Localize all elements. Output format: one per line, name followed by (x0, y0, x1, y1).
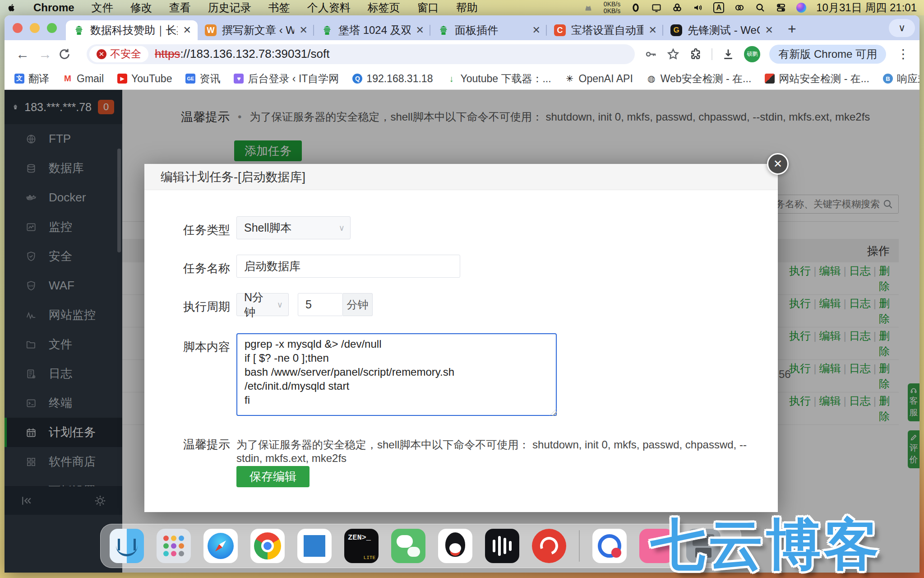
bookmark-template[interactable]: B响应式后台模板_管... (883, 72, 919, 86)
minimize-window-button[interactable] (30, 23, 40, 33)
menu-view[interactable]: 查看 (169, 0, 191, 15)
chrome-icon[interactable] (250, 529, 285, 563)
menu-bookmarks[interactable]: 书签 (268, 0, 290, 15)
wechat-icon[interactable] (391, 529, 425, 563)
spotlight-icon[interactable] (755, 2, 766, 13)
bookmark-gmail[interactable]: MGmail (63, 73, 104, 85)
zoom-window-button[interactable] (47, 23, 57, 33)
task-name-input[interactable] (236, 255, 460, 278)
bookmark-nas[interactable]: Q192.168.31.18 (352, 73, 433, 85)
script-content-textarea[interactable]: pgrep -x mysqld &> /dev/null if [ $? -ne… (236, 333, 557, 416)
menu-window[interactable]: 窗口 (417, 0, 439, 15)
bt-favicon (321, 24, 333, 36)
tab-search-chevron[interactable]: ∨ (889, 19, 915, 37)
back-button[interactable]: ← (13, 47, 32, 62)
tab-close-icon[interactable]: ✕ (300, 24, 308, 36)
qq-icon[interactable] (438, 529, 472, 563)
volume-status-icon[interactable] (693, 2, 703, 13)
tab-title: 撰写新文章 ‹ WordPress (222, 23, 294, 37)
globe-icon: ◍ (647, 74, 656, 84)
tab-title: 数据科技赞助｜长期有效 (90, 23, 178, 37)
input-method-icon[interactable]: A (713, 2, 724, 13)
network-speed[interactable]: 0KB/s 0KB/s (604, 1, 620, 14)
vscode-icon[interactable] (297, 529, 332, 563)
bookmark-translate[interactable]: 文翻译 (14, 72, 49, 86)
script-label: 脚本内容 (144, 339, 230, 355)
clover-status-icon[interactable] (672, 2, 683, 13)
menu-edit[interactable]: 修改 (130, 0, 152, 15)
apple-menu-icon[interactable] (7, 2, 16, 13)
modal-close-button[interactable]: ✕ (767, 153, 789, 175)
save-edit-button[interactable]: 保存编辑 (236, 466, 310, 487)
modal-header: 编辑计划任务-[启动数据库] (144, 164, 778, 190)
security-chip[interactable]: ✕ 不安全 (89, 46, 148, 62)
url-text[interactable]: https://183.136.132.78:39031/soft (155, 47, 329, 61)
tab-wordpress[interactable]: W 撰写新文章 ‹ WordPress ✕ (198, 20, 314, 40)
bookmark-news[interactable]: GE资讯 (185, 72, 220, 86)
siri-icon[interactable] (796, 3, 806, 13)
bt-favicon (438, 24, 449, 36)
menu-tabs[interactable]: 标签页 (368, 0, 400, 15)
tab-close-icon[interactable]: ✕ (765, 24, 773, 36)
browser-menu-icon[interactable]: ⋮ (895, 47, 911, 61)
handoff-rings-icon[interactable] (734, 2, 745, 13)
address-bar[interactable]: ✕ 不安全 https://183.136.132.78:39031/soft (87, 44, 635, 64)
netease-music-icon[interactable] (532, 529, 566, 563)
zen-terminal-icon[interactable]: ZEN>_LITE (344, 529, 379, 563)
menu-profiles[interactable]: 个人资料 (307, 0, 351, 15)
menu-app-name[interactable]: Chrome (33, 1, 74, 14)
cycle-value-input[interactable] (298, 293, 343, 316)
password-key-icon[interactable] (644, 47, 657, 61)
menu-help[interactable]: 帮助 (456, 0, 478, 15)
extensions-icon[interactable] (689, 47, 702, 61)
launchpad-icon[interactable] (157, 529, 191, 563)
finder-icon[interactable] (110, 529, 144, 563)
tab-bt-panel[interactable]: 数据科技赞助｜长期有效 ✕ (66, 20, 198, 40)
modal-tip-label: 温馨提示 (144, 437, 230, 452)
close-window-button[interactable] (13, 23, 23, 33)
cycle-type-select[interactable]: N分钟 ∨ (236, 293, 289, 316)
oval-app-status-icon[interactable] (630, 2, 641, 13)
cycle-unit-addon: 分钟 (343, 293, 373, 316)
tab-csdn[interactable]: C 宝塔设置自动重启停止运... ✕ (547, 20, 663, 40)
gmail-icon: M (63, 74, 73, 84)
forward-button[interactable]: → (35, 47, 55, 62)
downloads-icon[interactable] (721, 47, 735, 61)
cat-status-icon[interactable] (583, 2, 594, 13)
tab-close-icon[interactable]: ✕ (183, 24, 191, 36)
reload-button[interactable] (58, 47, 78, 61)
bookmark-youtube[interactable]: ▶YouTube (117, 73, 172, 85)
bookmark-websec[interactable]: ◍Web安全检测 - 在... (647, 72, 752, 86)
bookmarks-bar: 文翻译 MGmail ▶YouTube GE资讯 ♥后台登录 ‹ IT自学网 Q… (5, 68, 919, 90)
chevron-down-icon: ∨ (339, 223, 345, 233)
task-type-select[interactable]: Shell脚本 ∨ (236, 216, 351, 239)
menu-history[interactable]: 历史记录 (208, 0, 251, 15)
tab-close-icon[interactable]: ✕ (416, 24, 424, 36)
safari-icon[interactable] (203, 529, 238, 563)
bookmark-downloader[interactable]: ↓Youtube 下载器：... (446, 72, 551, 86)
bookmark-openai[interactable]: ✳OpenAI API (565, 73, 633, 85)
tab-wegame[interactable]: G 先锋测试 - WeGame游戏... ✕ (663, 20, 780, 40)
bookmark-sitesec[interactable]: 网站安全检测 - 在... (765, 72, 869, 86)
bookmark-admin-login[interactable]: ♥后台登录 ‹ IT自学网 (234, 72, 339, 86)
tab-panel-plugins[interactable]: 面板插件 ✕ (430, 20, 547, 40)
control-center-icon[interactable] (776, 2, 786, 13)
design-app-icon[interactable] (592, 529, 627, 563)
tab-strip: 数据科技赞助｜长期有效 ✕ W 撰写新文章 ‹ WordPress ✕ 堡塔 1… (5, 15, 919, 40)
new-tab-button[interactable]: + (780, 21, 804, 40)
openai-icon: ✳ (565, 74, 575, 84)
music-bars-icon[interactable] (485, 529, 519, 563)
task-type-label: 任务类型 (144, 222, 230, 238)
shield-heart-icon: ♥ (234, 74, 244, 84)
tab-close-icon[interactable]: ✕ (532, 24, 541, 36)
wordpress-favicon: W (205, 24, 217, 36)
chrome-update-button[interactable]: 有新版 Chrome 可用 (769, 45, 886, 64)
bookmark-star-icon[interactable] (666, 47, 680, 61)
profile-avatar[interactable]: 硕鹏 (744, 46, 760, 62)
display-status-icon[interactable] (651, 2, 662, 13)
tab-title: 面板插件 (455, 23, 498, 37)
tab-bt-promo[interactable]: 堡塔 1024 及双 11 特惠活... ✕ (314, 20, 430, 40)
tab-close-icon[interactable]: ✕ (649, 24, 657, 36)
menu-file[interactable]: 文件 (92, 0, 113, 15)
menu-clock[interactable]: 10月31日 周四 21:01 (816, 0, 917, 15)
